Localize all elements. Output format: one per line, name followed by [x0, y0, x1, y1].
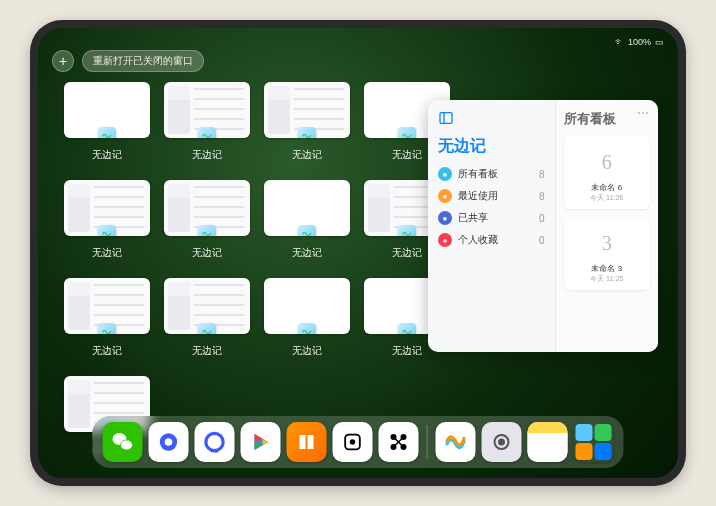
freeform-app-icon	[198, 323, 216, 334]
dock-app-freeform[interactable]	[436, 422, 476, 462]
battery-label: 100%	[628, 37, 651, 47]
sidebar-item-label: 已共享	[458, 211, 488, 225]
sidebar-item-label: 最近使用	[458, 189, 498, 203]
dock-app-dice[interactable]	[333, 422, 373, 462]
svg-rect-0	[440, 113, 452, 124]
panel-boards: 所有看板 6未命名 6今天 11:263未命名 3今天 11:25	[555, 100, 659, 352]
freeform-app-icon	[98, 225, 116, 236]
panel-title: 无边记	[438, 136, 545, 157]
add-window-button[interactable]: +	[52, 50, 74, 72]
window-preview	[164, 82, 250, 138]
freeform-app-icon	[198, 127, 216, 138]
board-sketch: 3	[577, 223, 637, 263]
sidebar-item[interactable]: ●最近使用8	[438, 189, 545, 203]
board-card[interactable]: 6未命名 6今天 11:26	[564, 136, 651, 209]
window-thumbnail[interactable]: 无边记	[64, 180, 150, 260]
sidebar-item-count: 0	[539, 235, 545, 246]
sidebar-item-label: 所有看板	[458, 167, 498, 181]
svg-point-21	[499, 440, 504, 445]
window-thumbnail[interactable]: 无边记	[164, 278, 250, 358]
window-thumbnail[interactable]: 无边记	[64, 82, 150, 162]
window-label: 无边记	[92, 148, 122, 162]
sidebar-item-label: 个人收藏	[458, 233, 498, 247]
panel-sidebar: 无边记 ●所有看板8●最近使用8●已共享0●个人收藏0	[428, 100, 555, 352]
svg-marker-11	[263, 439, 269, 445]
window-label: 无边记	[192, 148, 222, 162]
sidebar-item-count: 0	[539, 213, 545, 224]
dock-app-books[interactable]	[287, 422, 327, 462]
window-preview	[264, 180, 350, 236]
battery-icon: ▭	[655, 37, 664, 47]
window-label: 无边记	[292, 148, 322, 162]
status-bar: ᯤ 100% ▭	[52, 34, 664, 50]
reopen-closed-window-button[interactable]: 重新打开已关闭的窗口	[82, 50, 204, 72]
freeform-app-icon	[298, 323, 316, 334]
dock-separator	[427, 425, 428, 459]
window-preview	[64, 180, 150, 236]
window-thumbnail[interactable]: 无边记	[264, 82, 350, 162]
sidebar-item-count: 8	[539, 169, 545, 180]
svg-point-3	[121, 440, 133, 450]
stage-manager-topbar: + 重新打开已关闭的窗口	[52, 50, 204, 72]
window-label: 无边记	[92, 344, 122, 358]
freeform-app-icon	[398, 127, 416, 138]
freeform-app-icon	[298, 225, 316, 236]
svg-point-13	[351, 440, 355, 444]
freeform-app-icon	[298, 127, 316, 138]
window-preview	[164, 180, 250, 236]
sidebar-item[interactable]: ●已共享0	[438, 211, 545, 225]
dock-app-quarkhd[interactable]: HD	[195, 422, 235, 462]
board-card[interactable]: 3未命名 3今天 11:25	[564, 217, 651, 290]
more-icon[interactable]: ⋯	[637, 106, 650, 120]
window-preview	[264, 82, 350, 138]
dock-app-play[interactable]	[241, 422, 281, 462]
red-category-icon: ●	[438, 233, 452, 247]
navy-category-icon: ●	[438, 211, 452, 225]
svg-point-5	[165, 438, 173, 446]
blue-category-icon: ●	[438, 167, 452, 181]
svg-text:HD: HD	[211, 448, 219, 454]
orange-category-icon: ●	[438, 189, 452, 203]
window-label: 无边记	[392, 246, 422, 260]
dock-app-notes[interactable]	[528, 422, 568, 462]
dock-app-wechat[interactable]	[103, 422, 143, 462]
sidebar-item[interactable]: ●个人收藏0	[438, 233, 545, 247]
board-name: 未命名 6	[591, 182, 622, 193]
window-thumbnail[interactable]: 无边记	[64, 278, 150, 358]
window-thumbnail[interactable]: 无边记	[264, 278, 350, 358]
window-grid: 无边记无边记无边记无边记无边记无边记无边记无边记无边记无边记无边记无边记无边记	[64, 82, 454, 456]
window-thumbnail[interactable]: 无边记	[264, 180, 350, 260]
window-preview	[64, 82, 150, 138]
freeform-app-icon	[398, 225, 416, 236]
dock: HD	[93, 416, 624, 468]
dock-app-recent[interactable]	[574, 422, 614, 462]
window-label: 无边记	[192, 246, 222, 260]
window-thumbnail[interactable]: 无边记	[164, 82, 250, 162]
board-timestamp: 今天 11:25	[590, 274, 623, 284]
window-preview	[64, 278, 150, 334]
wifi-icon: ᯤ	[615, 37, 624, 47]
window-thumbnail[interactable]: 无边记	[164, 180, 250, 260]
freeform-app-icon	[98, 323, 116, 334]
window-label: 无边记	[292, 344, 322, 358]
screen: ᯤ 100% ▭ + 重新打开已关闭的窗口 无边记无边记无边记无边记无边记无边记…	[38, 28, 678, 478]
window-label: 无边记	[192, 344, 222, 358]
sidebar-icon[interactable]	[438, 110, 454, 126]
freeform-panel: ⋯ 无边记 ●所有看板8●最近使用8●已共享0●个人收藏0 所有看板 6未命名 …	[428, 100, 658, 352]
freeform-app-icon	[198, 225, 216, 236]
dock-app-connect[interactable]	[379, 422, 419, 462]
dock-app-settings[interactable]	[482, 422, 522, 462]
freeform-app-icon	[98, 127, 116, 138]
board-sketch: 6	[577, 142, 637, 182]
window-label: 无边记	[92, 246, 122, 260]
freeform-app-icon	[398, 323, 416, 334]
dock-app-quark[interactable]	[149, 422, 189, 462]
sidebar-item[interactable]: ●所有看板8	[438, 167, 545, 181]
window-label: 无边记	[392, 148, 422, 162]
window-preview	[164, 278, 250, 334]
board-name: 未命名 3	[591, 263, 622, 274]
window-label: 无边记	[392, 344, 422, 358]
board-timestamp: 今天 11:26	[590, 193, 623, 203]
sidebar-item-count: 8	[539, 191, 545, 202]
ipad-frame: ᯤ 100% ▭ + 重新打开已关闭的窗口 无边记无边记无边记无边记无边记无边记…	[30, 20, 686, 486]
